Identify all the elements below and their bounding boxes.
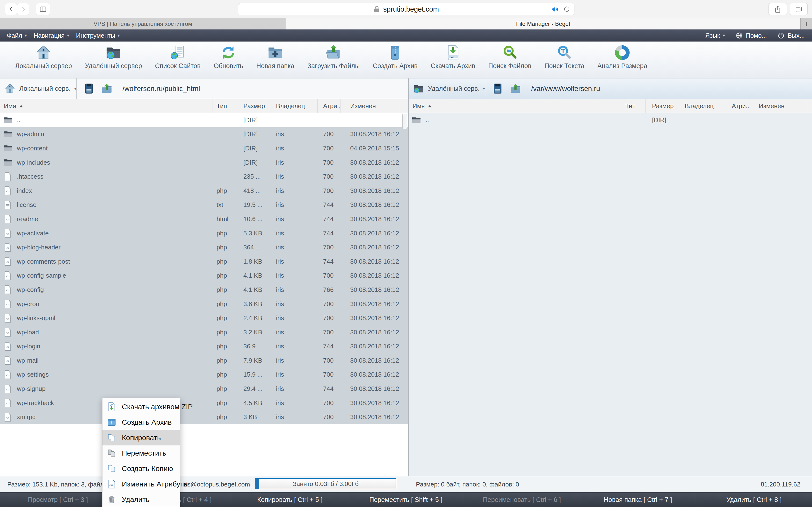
column-header-3[interactable]: Владелец — [271, 99, 317, 113]
hotkey-button-6[interactable]: Удалить [ Ctrl + 8 ] — [696, 493, 812, 507]
sites-list-icon — [170, 44, 186, 61]
move-icon — [107, 448, 116, 458]
file-row[interactable]: wp-admin [DIR] iris 700 30.08.2018 16:12… — [0, 127, 408, 142]
reload-icon[interactable] — [563, 6, 570, 13]
file-row[interactable]: wp-content [DIR] iris 700 04.09.2018 15:… — [0, 141, 408, 156]
file-row[interactable]: <>wp-blog-header php 364 ... iris 700 30… — [0, 240, 408, 255]
svg-text:<>: <> — [6, 416, 9, 420]
disk-usage-button[interactable] — [83, 83, 95, 94]
toolbar-home-server[interactable]: Локальный сервер — [9, 44, 78, 70]
file-row[interactable]: .htaccess 235 ... iris 700 30.08.2018 16… — [0, 169, 408, 184]
context-item-duplicate[interactable]: Создать Копию — [102, 461, 180, 476]
toolbar-create-archive[interactable]: Создать Архив — [366, 44, 424, 70]
local-path[interactable]: /wolfersen.ru/public_html — [122, 85, 200, 93]
file-row[interactable]: <>xmlrpc php 3 KB iris 700 30.08.2018 16… — [0, 410, 408, 424]
scrollbar-thumb[interactable] — [402, 114, 407, 129]
back-button[interactable] — [5, 3, 17, 15]
new-tab-button[interactable] — [801, 18, 812, 30]
toolbar-search-text[interactable]: T Поиск Текста — [538, 44, 591, 70]
column-header-0[interactable]: Имя — [409, 99, 621, 113]
file-row[interactable]: <>wp-config-sample php 4.1 KB iris 700 3… — [0, 269, 408, 283]
menu-item-1[interactable]: Навигация▾ — [34, 32, 69, 39]
file-code-icon: <> — [3, 271, 12, 281]
column-header-1[interactable]: Тип — [212, 99, 237, 113]
column-header-5[interactable]: Изменён — [749, 99, 808, 113]
file-row[interactable]: <>index php 418 ... iris 700 30.08.2018 … — [0, 184, 408, 198]
file-row[interactable]: license txt 19.5 ... iris 744 30.08.2018… — [0, 198, 408, 212]
file-row[interactable]: <>wp-load php 3.2 KB iris 700 30.08.2018… — [0, 325, 408, 339]
remote-path[interactable]: /var/www/wolfersen.ru — [531, 85, 600, 93]
file-row[interactable]: <>wp-trackback php 4.5 KB iris 700 30.08… — [0, 396, 408, 410]
tab-file-manager[interactable]: File Manager - Beget — [286, 18, 801, 30]
file-row[interactable]: <>wp-settings php 15.9 ... iris 700 30.0… — [0, 368, 408, 382]
svg-text:<>: <> — [6, 303, 9, 306]
context-item-trash[interactable]: Удалить — [102, 492, 180, 507]
column-header-5[interactable]: Изменён — [341, 99, 399, 113]
file-row[interactable]: <>wp-comments-post php 1.8 KB iris 744 3… — [0, 255, 408, 269]
hotkey-button-0[interactable]: Просмотр [ Ctrl + 3 ] — [0, 493, 116, 507]
file-row[interactable]: <>wp-activate php 5.3 KB iris 744 30.08.… — [0, 226, 408, 240]
go-up-button[interactable] — [510, 83, 521, 94]
file-row[interactable]: wp-includes [DIR] iris 700 30.08.2018 16… — [0, 156, 408, 170]
file-row[interactable]: <>wp-signup php 29.4 ... iris 744 30.08.… — [0, 382, 408, 396]
file-row[interactable]: .. [DIR] — [0, 113, 408, 127]
column-header-4[interactable]: Атри... — [726, 99, 749, 113]
chevron-down-icon: ▾ — [67, 33, 69, 38]
column-header-1[interactable]: Тип — [621, 99, 646, 113]
forward-button[interactable] — [17, 3, 29, 15]
file-row[interactable]: <>wp-cron php 3.6 KB iris 700 30.08.2018… — [0, 297, 408, 311]
svg-text:<>: <> — [6, 275, 9, 278]
toolbar-size-analysis[interactable]: Анализ Размера — [591, 44, 654, 70]
menu-language[interactable]: Язык▾ — [705, 32, 725, 39]
disk-usage-button[interactable] — [492, 83, 503, 94]
sidebar-toggle-button[interactable] — [36, 3, 50, 15]
go-up-button[interactable] — [101, 83, 112, 94]
file-row[interactable]: <>wp-config php 4.1 KB iris 766 30.08.20… — [0, 283, 408, 297]
file-code-icon: <> — [3, 327, 12, 337]
toolbar-refresh[interactable]: Обновить — [207, 44, 250, 70]
column-header-2[interactable]: Размер — [646, 99, 680, 113]
column-header-0[interactable]: Имя — [0, 99, 212, 113]
file-row[interactable]: <>wp-links-opml php 2.4 KB iris 700 30.0… — [0, 311, 408, 325]
file-code-icon: <> — [3, 243, 12, 252]
toolbar-remote-server[interactable]: Удалённый сервер — [78, 44, 148, 70]
file-row[interactable]: <>readme html 10.6 ... iris 744 30.08.20… — [0, 212, 408, 226]
hotkey-button-4[interactable]: Переименовать [ Ctrl + 6 ] — [464, 493, 580, 507]
toolbar-search-files[interactable]: Поиск Файлов — [482, 44, 538, 70]
remote-server-selector[interactable]: Удалённый серв... ▾ — [409, 78, 485, 99]
file-code-icon: <> — [3, 398, 12, 408]
menu-item-0[interactable]: Файл▾ — [7, 32, 27, 39]
file-row[interactable]: .. [DIR] — [409, 113, 812, 127]
file-row[interactable]: <>wp-mail php 7.9 KB iris 700 30.08.2018… — [0, 353, 408, 368]
toolbar-new-folder[interactable]: Новая папка — [250, 44, 301, 70]
menu-item-2[interactable]: Инструменты▾ — [76, 32, 120, 39]
context-item-archive-sm[interactable]: Создать Архив — [102, 414, 180, 430]
toolbar-upload-files[interactable]: Загрузить Файлы — [301, 44, 366, 70]
tab-overview-button[interactable] — [790, 3, 808, 15]
file-row[interactable]: <>wp-login php 36.9 ... iris 744 30.08.2… — [0, 339, 408, 354]
column-header-4[interactable]: Атри... — [317, 99, 341, 113]
audio-icon[interactable] — [551, 6, 559, 13]
sort-asc-icon — [428, 105, 432, 108]
hotkey-button-2[interactable]: Копировать [ Ctrl + 5 ] — [232, 493, 348, 507]
address-bar[interactable]: sprutio.beget.com — [238, 3, 574, 15]
share-button[interactable] — [768, 3, 787, 15]
context-item-copy[interactable]: Копировать — [102, 430, 180, 445]
context-item-attributes[interactable]: 755 Изменить Атрибуты — [102, 476, 180, 492]
column-header-3[interactable]: Владелец — [680, 99, 726, 113]
hotkey-button-3[interactable]: Переместить [ Shift + 5 ] — [348, 493, 464, 507]
context-item-move[interactable]: Переместить — [102, 445, 180, 461]
menu-help[interactable]: Помо... — [735, 32, 767, 39]
menu-exit[interactable]: Вых... — [777, 32, 805, 39]
context-item-zip-download[interactable]: Скачать архивом ZIP — [102, 399, 180, 414]
tab-bar: VPS | Панель управления хостингом File M… — [0, 18, 812, 30]
toolbar-sites-list[interactable]: Список Сайтов — [148, 44, 207, 70]
folder-icon — [3, 129, 12, 139]
toolbar-download-archive[interactable]: ZIP Скачать Архив — [424, 44, 481, 70]
local-status: Размер: 153.1 Kb, папок: 3, файло iris@o… — [0, 476, 408, 492]
local-server-selector[interactable]: Локальный серв... ▾ — [0, 78, 77, 99]
tab-vps[interactable]: VPS | Панель управления хостингом — [0, 18, 286, 30]
hotkey-button-5[interactable]: Новая папка [ Ctrl + 7 ] — [580, 493, 696, 507]
local-table-header: Имя Тип Размер Владелец Атри... Изменён — [0, 99, 408, 113]
column-header-2[interactable]: Размер — [237, 99, 271, 113]
